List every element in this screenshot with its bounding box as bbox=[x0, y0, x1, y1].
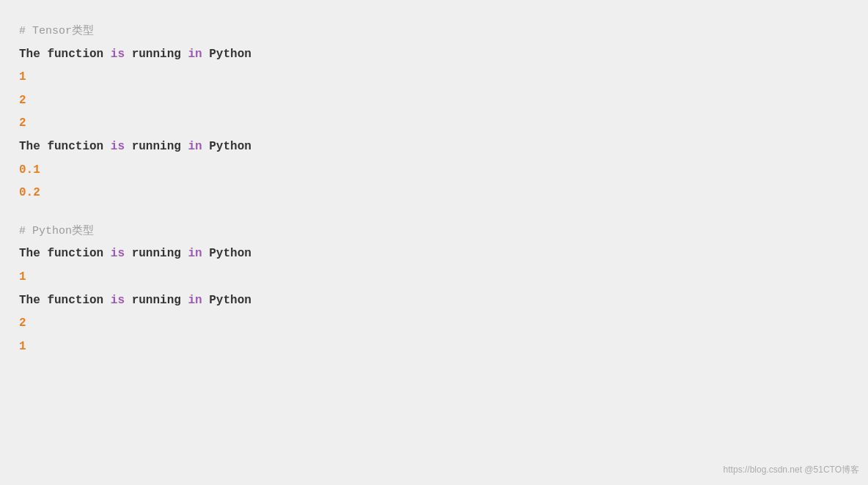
value-3: 2 bbox=[19, 116, 26, 130]
tensor-value-02: 0.2 bbox=[19, 184, 849, 203]
text-running-4: running bbox=[125, 294, 188, 307]
tensor-value-1: 1 bbox=[19, 68, 849, 87]
keyword-in-1: in bbox=[188, 48, 202, 61]
python-value-1: 1 bbox=[19, 268, 849, 287]
keyword-is-3: is bbox=[111, 247, 125, 260]
tensor-function-call-2: The function is running in Python bbox=[19, 138, 849, 157]
python-function-call-2: The function is running in Python bbox=[19, 292, 849, 311]
keyword-in-3: in bbox=[188, 247, 202, 260]
text-python-4: Python bbox=[202, 294, 251, 307]
value-2: 2 bbox=[19, 94, 26, 107]
text-the-2: The function bbox=[19, 140, 111, 153]
value-0-2: 0.2 bbox=[19, 186, 40, 199]
keyword-is-2: is bbox=[111, 140, 125, 153]
tensor-comment: # Tensor类型 bbox=[19, 22, 849, 41]
python-comment-text: # Python类型 bbox=[19, 225, 94, 237]
tensor-function-call-1: The function is running in Python bbox=[19, 45, 849, 64]
keyword-in-2: in bbox=[188, 140, 202, 153]
text-running-2: running bbox=[125, 140, 188, 153]
tensor-value-01: 0.1 bbox=[19, 161, 849, 180]
value-0-1: 0.1 bbox=[19, 163, 40, 177]
python-val-1: 1 bbox=[19, 270, 26, 284]
text-running-3: running bbox=[125, 247, 188, 260]
watermark: https://blog.csdn.net @51CTO博客 bbox=[724, 464, 859, 476]
section-spacer bbox=[19, 207, 849, 222]
python-value-2: 2 bbox=[19, 314, 849, 333]
text-the-3: The function bbox=[19, 247, 111, 260]
text-python-3: Python bbox=[202, 247, 251, 260]
text-python-2: Python bbox=[202, 140, 251, 153]
value-1: 1 bbox=[19, 70, 26, 84]
text-the-4: The function bbox=[19, 294, 111, 307]
python-val-3: 1 bbox=[19, 340, 26, 353]
python-function-call-1: The function is running in Python bbox=[19, 245, 849, 264]
keyword-in-4: in bbox=[188, 294, 202, 307]
code-output-container: # Tensor类型 The function is running in Py… bbox=[0, 0, 868, 485]
text-running-1: running bbox=[125, 48, 188, 61]
keyword-is-1: is bbox=[111, 48, 125, 61]
python-comment: # Python类型 bbox=[19, 222, 849, 241]
text-the-1: The function bbox=[19, 48, 111, 61]
tensor-value-3: 2 bbox=[19, 114, 849, 133]
keyword-is-4: is bbox=[111, 294, 125, 307]
tensor-value-2: 2 bbox=[19, 92, 849, 111]
text-python-1: Python bbox=[202, 48, 251, 61]
python-val-2: 2 bbox=[19, 316, 26, 330]
python-value-3: 1 bbox=[19, 338, 849, 357]
comment-text: # Tensor类型 bbox=[19, 25, 94, 37]
